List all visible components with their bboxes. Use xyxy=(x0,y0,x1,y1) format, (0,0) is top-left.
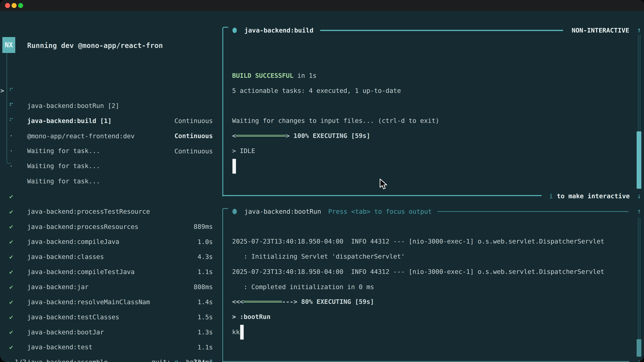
header-rule xyxy=(320,30,563,31)
task-row[interactable]: · Waiting for task... xyxy=(0,143,222,159)
nx-tui: NX Running dev @mono-app/react-fron Dura… xyxy=(0,11,644,362)
log-line: : Initializing Servlet 'dispatcherServle… xyxy=(232,249,405,264)
scrollbar-track[interactable] xyxy=(638,218,640,340)
help-key: ? xyxy=(209,358,213,362)
task-row[interactable]: ✔ java-backend:processTestResource 889ms xyxy=(0,174,222,189)
interactive-hint: i to make interactive xyxy=(549,189,630,204)
log-line: 2025-07-23T13:40:18.950-04:00 INFO 44312… xyxy=(232,264,604,279)
task-list-panel: NX Running dev @mono-app/react-fron Dura… xyxy=(0,11,222,362)
task-duration: 1.1s xyxy=(198,340,213,355)
task-row-selected[interactable]: ⠋ java-backend:build [1] Continuous xyxy=(0,83,222,98)
task-row[interactable]: · Waiting for task... xyxy=(0,128,222,143)
panel-title[interactable]: java-backend:bootRun xyxy=(244,204,321,219)
nx-logo: NX xyxy=(2,37,15,53)
bar-close: ---> xyxy=(282,298,297,305)
build-result: BUILD SUCCESSFUL xyxy=(232,72,294,79)
panel-border xyxy=(222,208,228,362)
bar-fill: ═════════════ xyxy=(236,132,286,139)
keybind-hints: quit: q help: ? xyxy=(152,355,213,362)
scrollbar-thumb[interactable] xyxy=(636,131,641,189)
panel-bottom-rule xyxy=(222,195,542,196)
minimize-window-button[interactable] xyxy=(12,3,16,8)
header-rule xyxy=(438,211,628,212)
task-row[interactable]: · Waiting for task... xyxy=(0,113,222,128)
task-row[interactable]: ✔ java-backend:processResources 1.0s xyxy=(0,189,222,204)
status-dot-icon xyxy=(232,209,237,214)
task-name: Waiting for task... xyxy=(27,158,100,173)
panel-title[interactable]: java-backend:build xyxy=(244,23,314,38)
help-label: help: xyxy=(178,358,209,362)
terminal-window: NX Running dev @mono-app/react-fron Dura… xyxy=(0,0,644,362)
build-result-line: BUILD SUCCESSFUL in 1s xyxy=(232,68,316,83)
bar-label: 80% EXECUTING [59s] xyxy=(297,298,374,305)
page-indicator: 1/2 xyxy=(15,358,26,362)
scrollbar-thumb[interactable] xyxy=(636,339,641,357)
check-icon: ✔ xyxy=(8,340,15,355)
task-row[interactable]: ⠋ java-backend:bootRun [2] Continuous xyxy=(0,68,222,83)
task-row[interactable]: ✔ java-backend:compileTestJava 808ms xyxy=(0,234,222,249)
task-name: java-backend:assemble xyxy=(27,355,108,362)
watch-status: Waiting for changes to input files... (c… xyxy=(232,113,439,128)
prev-page-arrow-icon[interactable]: ← xyxy=(7,358,11,362)
close-window-button[interactable] xyxy=(5,3,10,8)
gradle-progress-bar: <═════════════> 100% EXECUTING [59s] xyxy=(232,128,370,143)
panel-bottom-rule xyxy=(222,361,629,362)
pager: ← 1/2 → xyxy=(7,355,34,362)
task-name: java-backend:test xyxy=(27,340,92,355)
task-row[interactable]: ✔ java-backend:jar 1.4s xyxy=(0,249,222,264)
tasks-summary: 5 actionable tasks: 4 executed, 1 up-to-… xyxy=(232,83,401,98)
quit-key: q xyxy=(174,358,178,362)
next-page-arrow-icon[interactable]: → xyxy=(30,358,34,362)
status-dot-icon xyxy=(232,28,237,33)
task-row[interactable]: ✔ java-backend:resolveMainClassNam 1.5s xyxy=(0,264,222,279)
build-time: in 1s xyxy=(294,72,316,79)
task-row[interactable]: ✔ java-backend:assemble 774ms xyxy=(0,325,222,340)
scroll-up-icon[interactable]: ↑ xyxy=(635,204,643,219)
bootrun-prompt: > :bootRun xyxy=(232,309,270,324)
mouse-cursor-icon xyxy=(379,179,388,190)
task-row[interactable]: ✔ java-backend:test 734ms xyxy=(0,309,222,325)
bar-label: 100% EXECUTING [59s] xyxy=(290,132,370,139)
bar-close: > xyxy=(286,132,290,139)
focus-hint: Press <tab> to focus output xyxy=(328,204,432,219)
mode-badge: NON-INTERACTIVE xyxy=(572,23,629,38)
bar-open: <<< xyxy=(232,298,244,305)
log-line: : Completed initialization in 0 ms xyxy=(232,279,374,295)
task-row[interactable]: ✔ java-backend:testClasses 1.3s xyxy=(0,279,222,295)
interactive-key: i xyxy=(549,192,553,200)
task-row[interactable]: ✔ java-backend:bootJar 1.1s xyxy=(0,295,222,310)
run-command-title: Running dev @mono-app/react-fron xyxy=(27,38,163,53)
terminal-cursor xyxy=(240,325,244,340)
quit-label: quit: xyxy=(152,358,174,362)
bar-fill: ══════════ xyxy=(244,298,282,305)
scroll-down-icon[interactable]: ↓ xyxy=(635,189,643,204)
bar-open: < xyxy=(232,132,236,139)
panel-border xyxy=(222,27,228,196)
task-row[interactable]: ✔ java-backend:compileJava 4.3s xyxy=(0,204,222,219)
task-row[interactable]: ✔ java-backend:classes 1.1s xyxy=(0,219,222,234)
zoom-window-button[interactable] xyxy=(18,3,23,8)
task-row[interactable]: ⠋ @mono-app/react-frontend:dev Continuou… xyxy=(0,98,222,113)
log-line: 2025-07-23T13:40:18.950-04:00 INFO 44312… xyxy=(232,234,604,249)
pending-bullet-icon: · xyxy=(8,159,15,174)
terminal-cursor xyxy=(232,159,236,174)
spacer xyxy=(26,358,30,362)
window-titlebar xyxy=(0,0,644,11)
gradle-progress-bar: <<<══════════---> 80% EXECUTING [59s] xyxy=(232,294,374,309)
idle-prompt: > IDLE xyxy=(232,143,255,158)
typed-input[interactable]: kk xyxy=(232,325,240,340)
spacer xyxy=(11,358,15,362)
interactive-label: to make interactive xyxy=(553,192,630,200)
